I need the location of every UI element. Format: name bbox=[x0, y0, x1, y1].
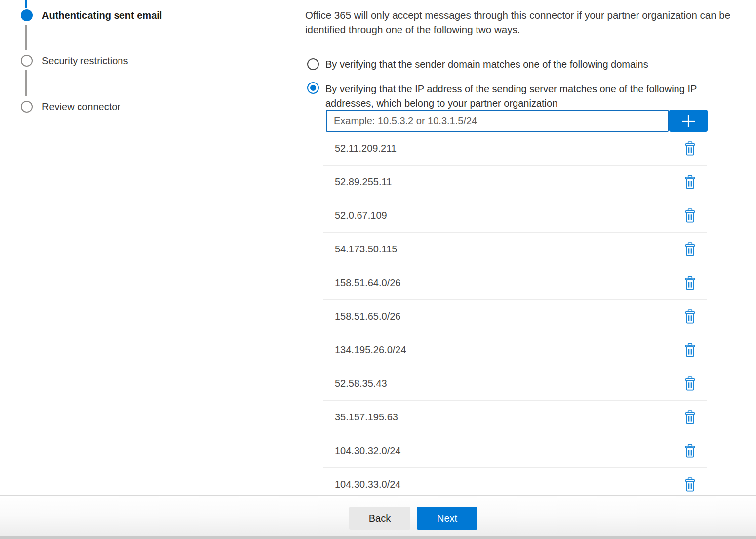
trash-icon bbox=[684, 477, 696, 492]
trash-icon bbox=[684, 175, 696, 190]
step-connector-previous bbox=[25, 0, 27, 8]
delete-ip-button[interactable] bbox=[683, 242, 697, 257]
trash-icon bbox=[684, 444, 696, 458]
radio-option-label: By verifying that the sender domain matc… bbox=[325, 58, 648, 71]
step-indicator-review-connector bbox=[21, 101, 33, 113]
ip-address: 158.51.64.0/26 bbox=[335, 277, 400, 289]
ip-address: 104.30.32.0/24 bbox=[335, 445, 400, 456]
trash-icon bbox=[684, 141, 696, 156]
ip-address: 134.195.26.0/24 bbox=[335, 344, 406, 356]
sidebar-step-security-restrictions: Security restrictions bbox=[42, 55, 128, 67]
ip-address: 52.58.35.43 bbox=[335, 378, 387, 389]
radio-option-label: By verifying that the IP address of the … bbox=[325, 82, 735, 111]
ip-row: 158.51.65.0/26 bbox=[323, 300, 707, 333]
delete-ip-button[interactable] bbox=[683, 342, 697, 358]
ip-address: 52.11.209.211 bbox=[335, 143, 397, 154]
radio-option-sender-domain[interactable]: By verifying that the sender domain matc… bbox=[307, 58, 648, 71]
ip-row: 52.11.209.211 bbox=[323, 132, 707, 166]
ip-address: 52.89.255.11 bbox=[335, 176, 392, 188]
next-button[interactable]: Next bbox=[417, 507, 477, 530]
plus-icon bbox=[680, 113, 696, 129]
trash-icon bbox=[684, 376, 696, 391]
trash-icon bbox=[684, 309, 696, 324]
sidebar-step-authenticating-sent-email: Authenticating sent email bbox=[42, 10, 162, 21]
ip-address: 35.157.195.63 bbox=[335, 412, 398, 423]
ip-address-list: 52.11.209.211 52.89.255.11 52.0.67.109 5… bbox=[323, 132, 707, 495]
step-connector bbox=[25, 25, 27, 50]
ip-address: 52.0.67.109 bbox=[335, 210, 387, 221]
add-ip-button[interactable] bbox=[669, 110, 708, 132]
ip-address: 104.30.33.0/24 bbox=[335, 479, 400, 490]
trash-icon bbox=[684, 208, 696, 223]
step-indicator-authenticating-sent-email bbox=[21, 9, 33, 21]
step-content: Office 365 will only accept messages thr… bbox=[269, 0, 756, 495]
sidebar-step-review-connector: Review connector bbox=[42, 101, 120, 113]
ip-row: 52.58.35.43 bbox=[323, 367, 707, 401]
ip-row: 134.195.26.0/24 bbox=[323, 333, 707, 367]
trash-icon bbox=[684, 276, 696, 290]
delete-ip-button[interactable] bbox=[683, 309, 697, 325]
delete-ip-button[interactable] bbox=[683, 174, 697, 190]
delete-ip-button[interactable] bbox=[683, 443, 697, 459]
radio-option-ip-address[interactable]: By verifying that the IP address of the … bbox=[307, 82, 735, 111]
ip-row: 52.0.67.109 bbox=[323, 199, 707, 233]
ip-row: 54.173.50.115 bbox=[323, 233, 707, 266]
wizard-footer: Back Next bbox=[0, 495, 756, 539]
step-indicator-security-restrictions bbox=[21, 55, 33, 67]
ip-input-row bbox=[326, 110, 708, 132]
ip-row: 104.30.33.0/24 bbox=[323, 468, 707, 495]
intro-text: Office 365 will only accept messages thr… bbox=[305, 8, 756, 37]
delete-ip-button[interactable] bbox=[683, 376, 697, 392]
ip-address-input[interactable] bbox=[326, 110, 669, 132]
trash-icon bbox=[684, 410, 696, 425]
step-connector bbox=[25, 70, 27, 96]
ip-address: 158.51.65.0/26 bbox=[335, 311, 400, 322]
delete-ip-button[interactable] bbox=[683, 141, 697, 157]
ip-row: 104.30.32.0/24 bbox=[323, 434, 707, 468]
trash-icon bbox=[684, 343, 696, 358]
radio-selected-icon[interactable] bbox=[307, 82, 319, 94]
wizard-main-area: Authenticating sent email Security restr… bbox=[0, 0, 756, 495]
delete-ip-button[interactable] bbox=[683, 477, 697, 493]
ip-row: 158.51.64.0/26 bbox=[323, 266, 707, 300]
ip-address: 54.173.50.115 bbox=[335, 244, 397, 255]
back-button[interactable]: Back bbox=[349, 507, 410, 530]
delete-ip-button[interactable] bbox=[683, 275, 697, 291]
ip-row: 52.89.255.11 bbox=[323, 166, 707, 199]
ip-row: 35.157.195.63 bbox=[323, 401, 707, 434]
radio-unselected-icon[interactable] bbox=[307, 58, 319, 70]
delete-ip-button[interactable] bbox=[683, 208, 697, 224]
delete-ip-button[interactable] bbox=[683, 410, 697, 425]
wizard-steps-sidebar: Authenticating sent email Security restr… bbox=[0, 0, 269, 495]
trash-icon bbox=[684, 242, 696, 257]
